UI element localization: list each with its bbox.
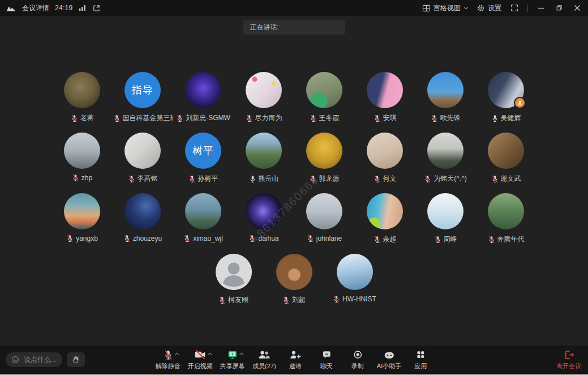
participant-tile[interactable]: 为铭天(^.^)	[415, 133, 476, 193]
apps-button[interactable]: 应用	[409, 349, 432, 370]
avatar-photo	[246, 72, 282, 108]
avatar[interactable]	[367, 193, 403, 229]
avatar[interactable]	[337, 254, 373, 290]
signal-strength-icon[interactable]	[79, 5, 87, 11]
participant-tile[interactable]: 指导国自科基金第三轮...	[113, 72, 173, 133]
participant-tile[interactable]: yangxb	[52, 193, 113, 254]
meeting-timer: 24:19	[55, 4, 73, 12]
avatar[interactable]	[488, 193, 524, 229]
avatar-photo	[427, 133, 463, 169]
avatar[interactable]	[246, 72, 282, 108]
participant-tile[interactable]: 熊岳山	[234, 133, 294, 193]
toolbar-button-label: 聊天	[320, 362, 333, 370]
members-button[interactable]: 成员(27)	[252, 349, 276, 370]
participant-tile[interactable]: 何文	[355, 133, 415, 193]
avatar-photo	[488, 193, 524, 229]
avatar-photo	[64, 193, 100, 229]
avatar[interactable]	[246, 193, 282, 229]
record-button[interactable]: 录制	[346, 349, 370, 370]
avatar[interactable]	[216, 254, 252, 290]
app-logo-icon	[6, 4, 16, 12]
avatar[interactable]	[246, 133, 282, 169]
settings-button[interactable]: 设置	[477, 3, 501, 13]
mic-muted-icon	[434, 236, 441, 244]
participant-tile[interactable]: 老蒋	[52, 72, 113, 133]
avatar[interactable]: 树平	[185, 133, 221, 169]
participant-tile[interactable]: daihua	[234, 193, 294, 254]
participant-tile[interactable]: 谢文武	[476, 133, 537, 193]
avatar[interactable]	[64, 72, 100, 108]
chevron-up-icon[interactable]	[207, 352, 212, 356]
participant-tile[interactable]: 郭龙源	[294, 133, 355, 193]
participant-tile[interactable]: 吴健辉	[476, 72, 537, 133]
mic-on-icon	[249, 175, 256, 183]
participant-tile[interactable]: 柯友刚	[203, 254, 264, 314]
chat-button[interactable]: 聊天	[315, 349, 338, 370]
settings-label: 设置	[488, 3, 501, 13]
avatar[interactable]	[306, 133, 342, 169]
participant-tile[interactable]: zhp	[52, 133, 113, 193]
leave-meeting-button[interactable]: 离开会议	[556, 349, 581, 370]
raise-hand-button[interactable]	[67, 352, 85, 367]
close-button[interactable]	[572, 3, 582, 13]
participant-name: 奔腾年代	[497, 235, 525, 244]
mic-muted-icon	[218, 296, 226, 304]
invite-icon	[289, 349, 301, 360]
participant-tile[interactable]: 刘超	[264, 254, 324, 314]
avatar[interactable]	[185, 193, 221, 229]
pop-out-icon[interactable]	[92, 4, 101, 12]
participant-tile[interactable]: HW-HNIST	[324, 254, 385, 314]
chevron-up-icon[interactable]	[174, 352, 179, 356]
emoji-icon[interactable]	[11, 356, 19, 364]
avatar[interactable]	[367, 133, 403, 169]
invite-button[interactable]: 邀请	[284, 349, 307, 370]
chevron-up-icon[interactable]	[239, 352, 244, 356]
avatar[interactable]	[306, 72, 342, 108]
quick-chat-input[interactable]	[23, 355, 65, 364]
fullscreen-button[interactable]	[509, 3, 520, 13]
avatar[interactable]	[125, 133, 161, 169]
grid-view-icon	[422, 5, 431, 12]
unmute-button[interactable]: 解除静音	[156, 349, 181, 370]
start-video-button[interactable]: 开启视频	[188, 349, 213, 370]
avatar[interactable]: 指导	[125, 72, 161, 108]
participant-tile[interactable]: 树平孙树平	[173, 133, 234, 193]
participant-tile[interactable]: 欧先锋	[415, 72, 476, 133]
avatar[interactable]	[64, 133, 100, 169]
participant-tile[interactable]: 尽力而为	[234, 72, 294, 133]
participant-tile[interactable]: 安琪	[355, 72, 415, 133]
participant-tile[interactable]: ximao_wjl	[173, 193, 234, 254]
avatar[interactable]	[367, 72, 403, 108]
view-mode-button[interactable]: 宫格视图	[422, 3, 469, 13]
avatar[interactable]	[185, 72, 221, 108]
participant-tile[interactable]: zhouzeyu	[113, 193, 173, 254]
toolbar-button-label: AI小助手	[377, 362, 401, 370]
avatar[interactable]	[276, 254, 312, 290]
avatar[interactable]	[488, 133, 524, 169]
avatar-photo	[185, 72, 221, 108]
participant-tile[interactable]: 周峰	[415, 193, 476, 254]
avatar[interactable]	[488, 72, 524, 108]
participant-tile[interactable]: 余超	[355, 193, 415, 254]
share-screen-button[interactable]: 共享屏幕	[220, 349, 245, 370]
participant-tile[interactable]: 刘新忠-SGMW	[173, 72, 234, 133]
avatar[interactable]	[427, 193, 463, 229]
participant-name: 谢文武	[501, 174, 521, 184]
avatar[interactable]	[306, 193, 342, 229]
avatar[interactable]	[427, 72, 463, 108]
avatar[interactable]	[125, 193, 161, 229]
minimize-button[interactable]	[536, 3, 546, 13]
participant-tile[interactable]: 奔腾年代	[476, 193, 537, 254]
participant-tile[interactable]: 王冬霞	[294, 72, 355, 133]
participant-tile[interactable]: johnlane	[294, 193, 355, 254]
ai-assistant-button[interactable]: AI小助手	[377, 349, 401, 370]
avatar[interactable]	[64, 193, 100, 229]
restore-window-button[interactable]	[554, 3, 564, 13]
participant-name: 为铭天(^.^)	[434, 174, 467, 184]
participant-name: 老蒋	[80, 113, 94, 123]
quick-chat-input-wrap[interactable]	[6, 352, 62, 367]
meeting-details-title[interactable]: 会议详情	[22, 3, 49, 13]
avatar[interactable]	[427, 133, 463, 169]
mic-muted-icon	[128, 175, 135, 183]
participant-tile[interactable]: 李茜铭	[113, 133, 173, 193]
